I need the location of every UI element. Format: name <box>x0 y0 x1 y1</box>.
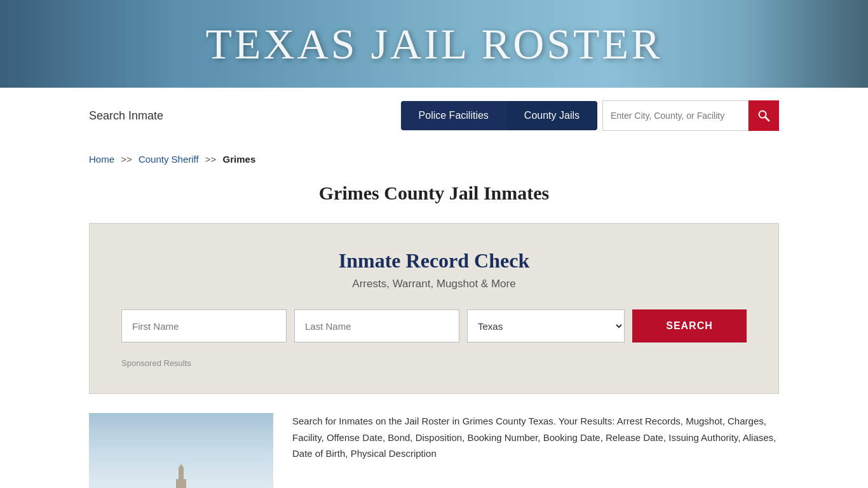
capitol-image <box>79 0 226 88</box>
bottom-description: Search for Inmates on the Jail Roster in… <box>292 413 779 488</box>
page-title: Grimes County Jail Inmates <box>0 171 868 223</box>
state-select[interactable]: AlabamaAlaskaArizonaArkansasCaliforniaCo… <box>467 309 625 342</box>
bottom-image <box>89 413 273 488</box>
facility-search-input[interactable] <box>602 100 749 131</box>
record-search-button[interactable]: SEARCH <box>632 309 747 342</box>
county-jails-button[interactable]: County Jails <box>506 101 597 130</box>
keys-image <box>741 0 868 88</box>
breadcrumb-sep2: >> <box>205 154 217 165</box>
first-name-input[interactable] <box>121 309 287 342</box>
record-search-row: AlabamaAlaskaArizonaArkansasCaliforniaCo… <box>121 309 747 342</box>
sponsored-label: Sponsored Results <box>121 358 747 368</box>
record-check-subtitle: Arrests, Warrant, Mugshot & More <box>121 278 747 290</box>
breadcrumb-current: Grimes <box>223 154 256 165</box>
breadcrumb-sep1: >> <box>121 154 132 165</box>
breadcrumb: Home >> County Sheriff >> Grimes <box>0 144 868 171</box>
breadcrumb-home-link[interactable]: Home <box>89 154 114 165</box>
svg-line-1 <box>766 118 770 121</box>
search-inmate-label: Search Inmate <box>89 109 163 123</box>
bottom-section: Search for Inmates on the Jail Roster in… <box>0 413 868 488</box>
record-check-card: Inmate Record Check Arrests, Warrant, Mu… <box>89 223 779 394</box>
nav-bar: Search Inmate Police Facilities County J… <box>0 88 868 144</box>
facility-search-container <box>602 100 779 131</box>
breadcrumb-county-sheriff-link[interactable]: County Sheriff <box>139 154 199 165</box>
facility-search-button[interactable] <box>749 100 779 131</box>
last-name-input[interactable] <box>294 309 459 342</box>
banner-title: Texas Jail Roster <box>205 19 662 69</box>
header-banner: Texas Jail Roster <box>0 0 868 88</box>
record-check-title: Inmate Record Check <box>121 249 747 273</box>
nav-buttons: Police Facilities County Jails <box>401 100 779 131</box>
search-icon <box>757 109 770 122</box>
police-facilities-button[interactable]: Police Facilities <box>401 101 506 130</box>
